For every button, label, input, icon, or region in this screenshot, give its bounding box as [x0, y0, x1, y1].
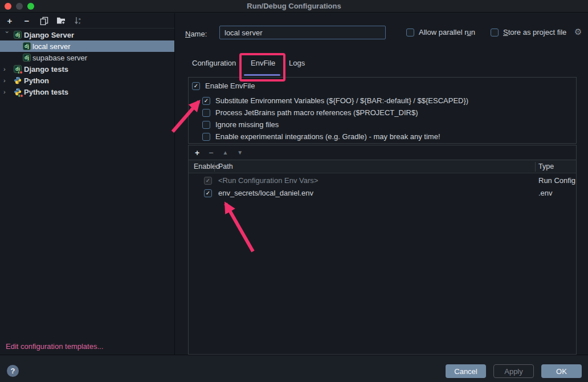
checkbox-icon[interactable]: ✓ — [192, 82, 200, 90]
column-type: Type — [538, 160, 554, 173]
svg-text:a: a — [79, 17, 81, 21]
tree-item-django-server[interactable]: › dj Django Server — [0, 29, 174, 40]
tree-item-python[interactable]: › Python — [0, 75, 174, 86]
django-tests-icon: dj — [14, 65, 22, 73]
checkbox-icon[interactable]: ✓ — [202, 97, 210, 105]
title-bar: Run/Debug Configurations — [0, 0, 588, 13]
table-header: Enabled Path Type — [189, 160, 576, 173]
column-enabled: Enabled — [194, 160, 220, 173]
row-enabled-checkbox[interactable]: ✓ — [204, 189, 212, 197]
tree-item-python-tests[interactable]: › Python tests — [0, 86, 174, 97]
cancel-button[interactable]: Cancel — [446, 364, 486, 378]
checkbox-icon[interactable] — [202, 109, 210, 117]
ok-button[interactable]: OK — [541, 364, 582, 378]
name-label: Name: — [185, 30, 207, 38]
tab-envfile[interactable]: EnvFile — [251, 59, 275, 67]
configurations-tree: › dj Django Server dj local server dj su… — [0, 29, 174, 97]
experimental-integrations-checkbox[interactable]: Enable experimental integrations (e.g. G… — [202, 132, 440, 141]
chevron-right-icon[interactable]: › — [3, 86, 10, 97]
configurations-sidebar: + − az › dj Django Server dj local serve… — [0, 13, 175, 355]
tree-item-local-server[interactable]: dj local server — [0, 40, 174, 52]
dialog-footer: ? Cancel Apply OK — [0, 355, 588, 382]
add-configuration-icon[interactable]: + — [5, 16, 14, 25]
tree-item-django-tests[interactable]: › dj Django tests — [0, 63, 174, 75]
store-as-project-file-checkbox[interactable]: Store as project file — [491, 28, 566, 36]
table-row-env-secrets[interactable]: ✓ env_secrets/local_daniel.env .env — [189, 187, 576, 200]
checkbox-icon[interactable] — [202, 121, 210, 129]
table-toolbar: + − ▲ ▼ — [189, 145, 576, 160]
sidebar-toolbar: + − az — [0, 13, 174, 29]
svg-text:z: z — [79, 21, 80, 25]
chevron-right-icon[interactable]: › — [3, 63, 10, 75]
window-title: Run/Debug Configurations — [0, 0, 588, 12]
allow-parallel-run-checkbox[interactable]: Allow parallel run — [406, 28, 475, 36]
substitute-env-vars-checkbox[interactable]: ✓ Substitute Environment Variables (${FO… — [202, 96, 468, 105]
move-down-icon[interactable]: ▼ — [237, 149, 243, 156]
django-icon: dj — [23, 54, 31, 62]
django-icon: dj — [23, 42, 31, 50]
column-path: Path — [218, 160, 233, 173]
checkbox-icon[interactable] — [491, 29, 499, 36]
move-up-icon[interactable]: ▲ — [222, 149, 228, 156]
remove-env-file-icon[interactable]: − — [209, 148, 213, 157]
chevron-down-icon[interactable]: › — [2, 31, 13, 38]
add-env-file-icon[interactable]: + — [195, 148, 199, 157]
envfile-options-panel: ✓ Enable EnvFile ✓ Substitute Environmen… — [188, 77, 577, 144]
env-files-table: + − ▲ ▼ Enabled Path Type ✓ <Run Configu… — [188, 145, 577, 355]
name-input[interactable] — [219, 26, 386, 39]
tab-logs[interactable]: Logs — [289, 59, 305, 67]
tab-configuration[interactable]: Configuration — [192, 59, 236, 67]
row-enabled-checkbox: ✓ — [204, 177, 212, 185]
checkbox-icon[interactable] — [202, 133, 210, 141]
configuration-editor: Name: Allow parallel run Store as projec… — [175, 13, 588, 355]
tree-item-supabase-server[interactable]: dj supabase server — [0, 52, 174, 63]
selected-tab-indicator — [244, 74, 280, 76]
remove-configuration-icon[interactable]: − — [22, 16, 31, 25]
checkbox-icon[interactable] — [406, 29, 414, 36]
allow-parallel-run-label: Allow parallel run — [419, 28, 475, 36]
help-button[interactable]: ? — [7, 365, 19, 377]
table-row-run-config-env-vars[interactable]: ✓ <Run Configuration Env Vars> Run Confi… — [189, 174, 576, 187]
edit-configuration-templates-link[interactable]: Edit configuration templates... — [6, 342, 103, 351]
apply-button[interactable]: Apply — [493, 364, 534, 378]
python-icon — [14, 76, 22, 84]
new-folder-icon[interactable] — [56, 16, 66, 25]
process-path-macro-checkbox[interactable]: Process JetBrains path macro references … — [202, 108, 418, 117]
enable-envfile-checkbox[interactable]: ✓ Enable EnvFile — [192, 82, 255, 90]
gear-icon[interactable]: ⚙ — [574, 27, 582, 37]
django-icon: dj — [14, 31, 22, 39]
python-tests-icon — [14, 88, 22, 96]
chevron-right-icon[interactable]: › — [3, 75, 10, 86]
copy-configuration-icon[interactable] — [39, 16, 48, 25]
ignore-missing-files-checkbox[interactable]: Ignore missing files — [202, 120, 279, 129]
store-as-project-file-label: Store as project file — [503, 28, 566, 36]
sort-configurations-icon[interactable]: az — [74, 16, 83, 25]
